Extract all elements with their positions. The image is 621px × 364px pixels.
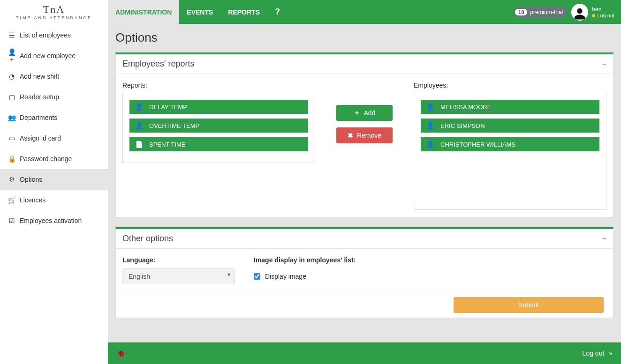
sidebar-item-label: Employees activation: [20, 217, 82, 224]
tab-help[interactable]: ?: [267, 0, 288, 24]
report-item[interactable]: 📄SPENT TIME: [129, 137, 308, 151]
sidebar-item-label: Reader setup: [20, 93, 59, 101]
person-icon: 👤: [426, 122, 440, 129]
sidebar-item-label: List of employees: [20, 31, 71, 39]
main-content: Options Employees' reports − Reports: 👤D…: [108, 24, 621, 342]
logo-mark-text: TnA: [43, 3, 65, 15]
sidebar-nav: ☰List of employees👤+Add new employee◔Add…: [0, 24, 108, 231]
display-image-input[interactable]: [254, 273, 260, 280]
report-item[interactable]: 👤OVERTIME TEMP: [129, 119, 308, 133]
bug-icon[interactable]: 🐞: [116, 349, 126, 358]
employee-item-label: CHRISTOPHER WILLIAMS: [440, 141, 515, 148]
person-icon: 👤: [135, 122, 149, 129]
user-plus-icon: 👤+: [8, 48, 16, 63]
report-item-label: SPENT TIME: [149, 141, 186, 148]
language-label: Language:: [122, 256, 235, 264]
employees-label: Employees:: [414, 82, 606, 89]
sidebar-item-options[interactable]: ⚙Options: [0, 169, 108, 190]
display-image-text: Display image: [265, 273, 306, 280]
image-display-label: Image display in employees' list:: [254, 256, 356, 264]
sidebar: TnA TIME AND ATTENDANCE ☰List of employe…: [0, 0, 108, 364]
footer: 🐞 Log out »: [108, 342, 621, 364]
actions-column: ＋ Add ✖ Remove: [315, 82, 414, 210]
sidebar-item-label: Password change: [20, 155, 72, 163]
tablet-icon: ▢: [8, 93, 16, 101]
employee-item-label: ERIC SIMPSON: [440, 122, 485, 129]
footer-logout-link[interactable]: Log out »: [583, 349, 613, 357]
user-name: ben: [592, 6, 614, 13]
close-icon: ✖: [348, 132, 353, 139]
clock-icon: ◔: [8, 73, 16, 80]
chevron-right-icon: »: [609, 349, 613, 357]
sidebar-item-label: Add new shift: [20, 73, 59, 80]
list-icon: ☰: [8, 31, 16, 39]
page-title: Options: [115, 30, 613, 45]
reports-column: Reports: 👤DELAY TEMP👤OVERTIME TEMP📄SPENT…: [122, 82, 315, 210]
lock-icon: 🔒: [8, 155, 16, 163]
check-icon: ☑: [8, 217, 16, 224]
report-item[interactable]: 👤DELAY TEMP: [129, 100, 308, 114]
card-icon: ▭: [8, 134, 16, 142]
status-dot-icon: [592, 14, 595, 17]
sidebar-item-label: Licences: [20, 196, 45, 204]
employee-item[interactable]: 👤ERIC SIMPSON: [421, 119, 599, 133]
report-item-label: OVERTIME TEMP: [149, 122, 199, 129]
panel-header: Other options −: [116, 229, 613, 249]
user-block: ben Log out: [592, 0, 621, 24]
collapse-icon[interactable]: −: [602, 60, 606, 68]
logo-mark: TnA: [43, 4, 65, 15]
remove-button[interactable]: ✖ Remove: [336, 127, 393, 143]
report-item-label: DELAY TEMP: [149, 104, 187, 111]
sidebar-item-add-shift[interactable]: ◔Add new shift: [0, 66, 108, 87]
avatar-icon: [573, 7, 587, 21]
collapse-icon[interactable]: −: [602, 235, 606, 243]
panel-footer: Submit: [116, 292, 613, 318]
plan-label: premium-trial: [530, 9, 563, 15]
avatar[interactable]: [571, 4, 588, 21]
sidebar-item-label: Assign id card: [20, 134, 61, 142]
logo-subtitle: TIME AND ATTENDANCE: [16, 15, 92, 20]
app-logo: TnA TIME AND ATTENDANCE: [0, 0, 108, 24]
panel-title: Employees' reports: [122, 59, 195, 69]
sidebar-item-password-change[interactable]: 🔒Password change: [0, 149, 108, 169]
employee-item[interactable]: 👤MELISSA MOORE: [421, 100, 599, 114]
sidebar-item-reader-setup[interactable]: ▢Reader setup: [0, 87, 108, 107]
panel-employees-reports: Employees' reports − Reports: 👤DELAY TEM…: [115, 52, 613, 218]
sidebar-item-add-employee[interactable]: 👤+Add new employee: [0, 45, 108, 66]
topbar: ADMINISTRATION EVENTS REPORTS ? 18 premi…: [108, 0, 621, 24]
reports-label: Reports:: [122, 82, 315, 89]
employee-item-label: MELISSA MOORE: [440, 104, 491, 111]
cart-icon: 🛒: [8, 196, 16, 204]
panel-title: Other options: [122, 234, 173, 244]
tab-reports[interactable]: REPORTS: [220, 0, 267, 24]
sidebar-item-activation[interactable]: ☑Employees activation: [0, 210, 108, 231]
tab-administration[interactable]: ADMINISTRATION: [108, 0, 179, 24]
panel-other-options: Other options − Language: English Image …: [115, 227, 613, 318]
display-image-checkbox[interactable]: Display image: [254, 268, 306, 284]
language-option: Language: English: [122, 256, 235, 284]
plus-icon: ＋: [354, 109, 360, 117]
add-button[interactable]: ＋ Add: [336, 105, 393, 121]
employees-list: 👤MELISSA MOORE👤ERIC SIMPSON👤CHRISTOPHER …: [414, 93, 606, 210]
top-logout-link[interactable]: Log out: [592, 13, 614, 18]
employees-column: Employees: 👤MELISSA MOORE👤ERIC SIMPSON👤C…: [414, 82, 606, 210]
sidebar-item-list-employees[interactable]: ☰List of employees: [0, 25, 108, 45]
person-icon: 👤: [426, 103, 440, 111]
sidebar-item-assign-id[interactable]: ▭Assign id card: [0, 128, 108, 149]
sidebar-item-label: Options: [20, 176, 42, 183]
language-select[interactable]: English: [122, 268, 235, 284]
reports-list: 👤DELAY TEMP👤OVERTIME TEMP📄SPENT TIME: [122, 93, 315, 163]
sidebar-item-licences[interactable]: 🛒Licences: [0, 190, 108, 210]
person-icon: 👤: [426, 141, 440, 148]
submit-button[interactable]: Submit: [454, 297, 604, 313]
employee-item[interactable]: 👤CHRISTOPHER WILLIAMS: [421, 137, 599, 151]
plan-days: 18: [515, 9, 527, 15]
sidebar-item-label: Add new employee: [20, 52, 76, 59]
users-icon: 👥: [8, 114, 16, 121]
sidebar-item-departments[interactable]: 👥Departments: [0, 107, 108, 128]
plan-badge[interactable]: 18 premium-trial: [514, 7, 567, 18]
person-icon: 👤: [135, 103, 149, 111]
panel-header: Employees' reports −: [116, 54, 613, 74]
tab-events[interactable]: EVENTS: [179, 0, 220, 24]
document-icon: 📄: [135, 141, 149, 148]
